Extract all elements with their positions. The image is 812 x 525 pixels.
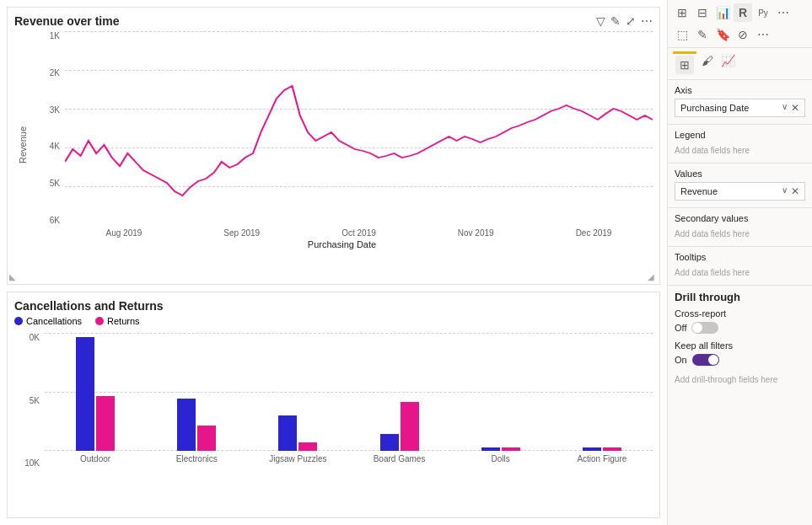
bar-label-dolls: Dolls (467, 454, 535, 463)
icon-brush[interactable]: 🖌 (698, 51, 717, 70)
icon-py[interactable]: Py (754, 3, 772, 22)
line-chart-svg (65, 31, 653, 225)
icon-pencil[interactable]: ✎ (693, 25, 712, 44)
axis-field-label: Purchasing Date (680, 103, 749, 113)
y-tick-5k: 5K (31, 179, 60, 188)
cross-report-toggle[interactable] (691, 322, 718, 334)
axis-remove-icon[interactable]: ✕ (791, 102, 799, 114)
bar-label-outdoor: Outdoor (62, 454, 129, 463)
cross-report-toggle-row: Off (675, 322, 805, 334)
chart-container: 6K 5K 4K 3K 2K 1K (31, 31, 653, 225)
x-tick-dec: Dec 2019 (576, 228, 612, 238)
panel-section-axis: Axis Purchasing Date ∨ ✕ (668, 80, 812, 125)
bar-label-actionfigure: Action Figure (568, 454, 636, 463)
x-tick-aug: Aug 2019 (106, 228, 143, 238)
bar-actionfigure-cancel (583, 447, 601, 451)
chart-header: Revenue over time ▽ ✎ ⤢ ⋯ (14, 14, 653, 28)
axis-field-actions: ∨ ✕ (782, 102, 799, 114)
icon-columns[interactable]: ⊟ (693, 3, 712, 22)
y-tick-3k: 3K (31, 105, 60, 115)
keep-filters-toggle[interactable] (692, 354, 719, 366)
accent-bar (673, 51, 696, 54)
bar-group-actionfigure (583, 447, 621, 451)
revenue-chart: Revenue over time ▽ ✎ ⤢ ⋯ Revenue 6K 5K … (7, 7, 660, 285)
expand-icon[interactable]: ⤢ (626, 14, 636, 28)
values-remove-icon[interactable]: ✕ (791, 185, 799, 197)
revenue-chart-title: Revenue over time (14, 14, 120, 28)
cross-report-label: Cross-report (675, 308, 805, 319)
y-tick-4k: 4K (31, 142, 60, 151)
legend-dot-returns (95, 317, 104, 325)
bar-labels: Outdoor Electronics Jigsaw Puzzles Board… (45, 454, 653, 463)
keep-filters-toggle-track[interactable] (692, 354, 719, 366)
cancellations-chart: Cancellations and Returns Cancellations … (7, 292, 660, 518)
panel-toolbar-row2: ⊞ 🖌 📈 (668, 48, 812, 80)
tooltips-add-field: Add data fields here (675, 265, 805, 280)
axis-chevron-icon[interactable]: ∨ (782, 102, 788, 114)
cross-report-state: Off (675, 323, 686, 333)
legend-returns: Returns (95, 316, 140, 326)
keep-filters-label: Keep all filters (675, 340, 805, 351)
icon-paint[interactable]: ⬚ (673, 25, 691, 44)
bar-group-boardgames (380, 402, 419, 451)
axis-field-chip[interactable]: Purchasing Date ∨ ✕ (675, 99, 805, 117)
x-tick-sep: Sep 2019 (223, 228, 260, 238)
bar-plot: Outdoor Electronics Jigsaw Puzzles Board… (45, 333, 653, 468)
icon-analytics[interactable]: 📈 (718, 51, 737, 70)
icon-letter-r[interactable]: R (734, 3, 752, 22)
bar-electronics-return (197, 426, 216, 451)
bar-outdoor-return (96, 396, 115, 451)
y-axis-label: Revenue (14, 31, 31, 259)
values-field-chip[interactable]: Revenue ∨ ✕ (675, 182, 805, 201)
x-tick-nov: Nov 2019 (458, 228, 494, 238)
icon-eraser[interactable]: ⊘ (734, 25, 752, 44)
bar-y-5k: 5K (14, 396, 40, 405)
chart-plot: 6K 5K 4K 3K 2K 1K (31, 31, 653, 259)
filter-icon[interactable]: ▽ (596, 14, 605, 28)
grid-and-line (65, 31, 653, 225)
more-icon[interactable]: ⋯ (641, 14, 653, 28)
bar-outdoor-cancel (76, 337, 94, 451)
icon-more-row1b[interactable]: ⋯ (754, 25, 772, 44)
y-tick-6k: 6K (31, 216, 60, 225)
panel-section-tooltips: Tooltips Add data fields here (668, 247, 812, 286)
y-tick-2k: 2K (31, 68, 60, 78)
x-tick-oct: Oct 2019 (341, 228, 376, 238)
bars-container (45, 333, 653, 451)
cross-report-toggle-thumb (692, 323, 702, 333)
bar-dolls-return (502, 447, 520, 451)
cross-report-toggle-track[interactable] (691, 322, 718, 334)
bar-jigsaw-cancel (278, 415, 297, 451)
values-chevron-icon[interactable]: ∨ (782, 185, 788, 197)
bar-grid (45, 333, 653, 451)
bar-boardgames-cancel (380, 434, 399, 451)
bar-electronics-cancel (177, 399, 196, 451)
bar-y-10k: 10K (14, 458, 40, 468)
resize-handle-left[interactable]: ◣ (9, 272, 19, 282)
panel-section-legend: Legend Add data fields here (668, 125, 812, 163)
legend: Cancellations Returns (14, 316, 653, 326)
x-axis-label: Purchasing Date (31, 239, 653, 249)
values-field-label: Revenue (680, 186, 718, 196)
panel-section-secondary: Secondary values Add data fields here (668, 208, 812, 247)
legend-label-cancellations: Cancellations (26, 316, 82, 326)
resize-handle-right[interactable]: ◢ (648, 272, 658, 282)
legend-title: Legend (675, 130, 805, 140)
keep-filters-state: On (675, 355, 687, 365)
bar-group-outdoor (76, 337, 115, 451)
icon-more-row1[interactable]: ⋯ (774, 3, 793, 22)
bar-label-electronics: Electronics (163, 454, 230, 463)
y-tick-1k: 1K (31, 31, 60, 40)
tooltips-title: Tooltips (675, 252, 805, 262)
icon-table-accent[interactable]: ⊞ (675, 56, 694, 74)
icon-chart[interactable]: 📊 (713, 3, 732, 22)
icon-table[interactable]: ⊞ (673, 3, 691, 22)
cancellations-title: Cancellations and Returns (14, 299, 653, 313)
keep-filters-toggle-row: On (675, 354, 805, 366)
icon-bookmark[interactable]: 🔖 (713, 25, 732, 44)
legend-dot-cancellations (14, 317, 23, 325)
bar-group-electronics (177, 399, 216, 451)
bar-y-0k: 0K (14, 333, 40, 342)
bar-group-dolls (481, 447, 520, 451)
highlight-icon[interactable]: ✎ (610, 14, 621, 28)
